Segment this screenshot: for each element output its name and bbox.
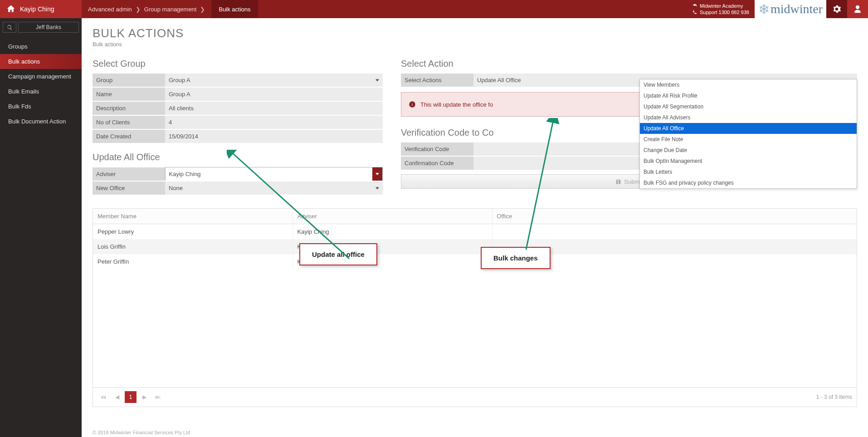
dropdown-option[interactable]: Bulk FSG and privacy policy changes [640,177,857,188]
select-group-heading: Select Group [93,59,383,69]
settings-button[interactable] [826,0,847,18]
callout-bulk-changes: Bulk changes [481,247,551,269]
clients-label: No of Clients [93,115,165,129]
dropdown-option[interactable]: Update All Risk Profile [640,90,857,101]
col-office[interactable]: Office [492,209,857,224]
sidebar-item-groups[interactable]: Groups [0,39,82,54]
group-label: Group [93,74,165,87]
desc-value: All clients [165,101,383,115]
col-left: Select Group Group Group A NameGroup A D… [93,59,383,195]
breadcrumb: Advanced admin ❯ Group management ❯ [82,0,211,18]
logo: ❄ midwinter [755,0,826,18]
adviser-combobox[interactable] [165,167,383,182]
action-dropdown-list: View Members Update All Risk Profile Upd… [639,79,857,189]
sidebar-item-bulk-emails[interactable]: Bulk Emails [0,84,82,99]
pager: ⏮ ◀ 1 ▶ ⏭ [98,391,164,403]
pager-page[interactable]: 1 [125,391,137,403]
academy-link[interactable]: Midwinter Academy [692,3,749,9]
sidebar-menu: Groups Bulk actions Campaign management … [0,39,82,129]
name-value: Group A [165,87,383,101]
dropdown-option-selected[interactable]: Update All Office [640,123,857,134]
search-button[interactable] [3,22,16,33]
footer: © 2018 Midwinter Financial Services Pty … [93,430,190,435]
dropdown-option[interactable]: Update All Advisers [640,112,857,123]
update-office-heading: Update All Office [93,152,383,162]
user-name: Kayip Ching [20,5,54,13]
page-title: BULK ACTIONS [93,26,857,40]
newoffice-label: New Office [93,181,165,195]
date-value: 15/09/2014 [165,129,383,143]
dropdown-option[interactable]: Update All Segmentation [640,101,857,112]
warning-text: This will update the office fo [420,101,493,108]
chevron-right-icon: ❯ [136,6,141,13]
dropdown-option[interactable]: Bulk OptIn Management [640,156,857,167]
breadcrumb-item[interactable]: Advanced admin [88,6,132,13]
search-name-field[interactable]: Jeff Banks [18,22,79,33]
date-label: Date Created [93,129,165,143]
topbar: Kayip Ching Advanced admin ❯ Group manag… [0,0,868,18]
pager-first[interactable]: ⏮ [98,391,109,403]
callout-update-office: Update all office [299,243,377,265]
dropdown-option[interactable]: Create File Note [640,134,857,145]
group-select[interactable]: Group A [165,74,383,87]
profile-button[interactable] [847,0,868,18]
save-icon [615,179,621,185]
pager-prev[interactable]: ◀ [111,391,123,403]
adviser-label: Adviser [93,167,165,182]
col-member[interactable]: Member Name [93,209,293,224]
clients-value: 4 [165,115,383,129]
table-row[interactable]: Pepper LowryKayip Ching [93,224,857,240]
table-row[interactable]: Peter GriffinKayip Ching [93,254,857,269]
members-table-wrap: Member Name Adviser Office Pepper LowryK… [93,208,857,407]
breadcrumb-current: Bulk actions [211,0,258,18]
name-label: Name [93,87,165,101]
col-adviser[interactable]: Adviser [293,209,492,224]
adviser-input[interactable] [166,167,383,181]
pager-last[interactable]: ⏭ [152,391,164,403]
ccode-label: Confirmation Code [401,156,473,170]
action-label: Select Actions [401,74,473,87]
contact-block: Midwinter Academy Support 1300 882 938 [687,1,755,18]
page-subtitle: Bulk actions [93,41,857,48]
info-icon [409,101,416,108]
pager-next[interactable]: ▶ [138,391,150,403]
sidebar: Jeff Banks Groups Bulk actions Campaign … [0,18,82,437]
snowflake-icon: ❄ [758,1,770,17]
update-office-table: Adviser New Office None [93,167,383,195]
topbar-right: Midwinter Academy Support 1300 882 938 ❄… [687,0,868,18]
dropdown-option[interactable]: Bulk Letters [640,167,857,177]
sidebar-item-campaign[interactable]: Campaign management [0,69,82,84]
adviser-dropdown-button[interactable] [372,167,382,181]
support-phone: Support 1300 882 938 [692,9,749,15]
newoffice-select[interactable]: None [165,181,383,195]
group-table: Group Group A NameGroup A DescriptionAll… [93,74,383,143]
chevron-right-icon: ❯ [200,6,205,13]
table-row[interactable]: Lois GriffinKayip Ching [93,239,857,254]
pager-row: ⏮ ◀ 1 ▶ ⏭ 1 - 3 of 3 items [93,387,857,407]
vcode-label: Verification Code [401,142,473,156]
sidebar-item-bulk-fds[interactable]: Bulk Fds [0,99,82,114]
dropdown-option[interactable]: View Members [640,79,857,90]
sidebar-item-bulk-actions[interactable]: Bulk actions [0,54,82,69]
breadcrumb-item[interactable]: Group management [144,6,197,13]
topbar-user[interactable]: Kayip Ching [0,0,82,18]
topbar-spacer [258,0,687,18]
members-table: Member Name Adviser Office Pepper LowryK… [93,209,857,387]
home-icon [6,4,15,15]
select-action-heading: Select Action [401,59,857,69]
caret-down-icon [375,79,379,81]
sidebar-search-row: Jeff Banks [0,18,82,36]
dropdown-option[interactable]: Change Due Date [640,145,857,156]
caret-down-icon [375,187,379,189]
sidebar-item-bulk-document[interactable]: Bulk Document Action [0,114,82,129]
desc-label: Description [93,101,165,115]
pager-info: 1 - 3 of 3 items [816,394,852,400]
